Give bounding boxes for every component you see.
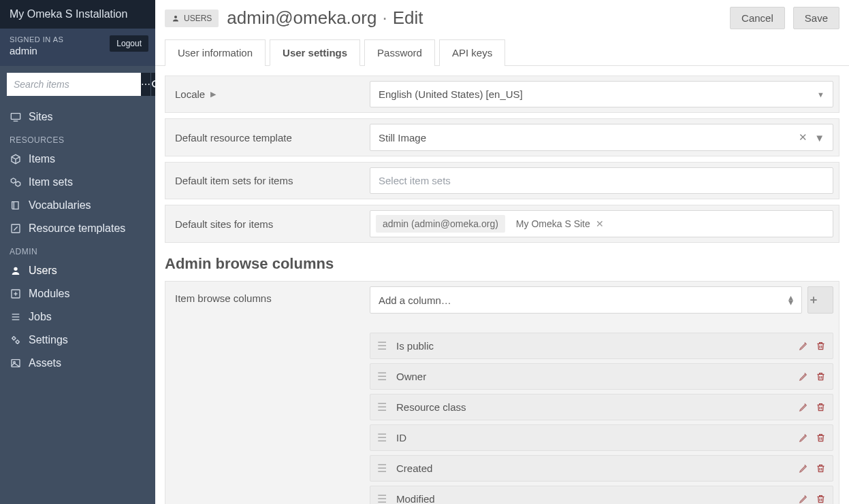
nav-users[interactable]: Users — [0, 259, 155, 282]
column-item[interactable]: ☰ Modified — [370, 486, 833, 504]
edit-column-button[interactable] — [799, 433, 809, 443]
tabs: User information User settings Password … — [155, 39, 849, 66]
column-item[interactable]: ☰ Created — [370, 455, 833, 482]
svg-rect-2 — [11, 114, 20, 120]
title-sep: · — [382, 7, 387, 29]
delete-column-button[interactable] — [816, 433, 826, 443]
grip-icon[interactable]: ☰ — [377, 401, 387, 414]
default-sites-select[interactable]: admin (admin@omeka.org) My Omeka S Site … — [370, 210, 833, 237]
chip-admin[interactable]: admin (admin@omeka.org) — [376, 215, 505, 233]
grip-icon[interactable]: ☰ — [377, 339, 387, 352]
nav-heading-admin: ADMIN — [0, 240, 155, 259]
grip-icon[interactable]: ☰ — [377, 431, 387, 444]
delete-column-button[interactable] — [816, 341, 826, 351]
context-pill[interactable]: USERS — [165, 10, 219, 27]
nav-settings[interactable]: Settings — [0, 329, 155, 352]
field-locale: Locale ▶ English (United States) [en_US]… — [165, 75, 839, 113]
field-label: Default sites for items — [165, 205, 370, 242]
nav-label: Vocabularies — [29, 199, 91, 212]
nav-label: Items — [29, 153, 55, 165]
edit-column-button[interactable] — [799, 463, 809, 473]
grip-icon[interactable]: ☰ — [377, 462, 387, 475]
column-item[interactable]: ☰ Resource class — [370, 394, 833, 420]
delete-column-button[interactable] — [816, 402, 826, 412]
column-name: Created — [396, 463, 799, 474]
chevron-down-icon: ▼ — [814, 132, 824, 144]
app-title[interactable]: My Omeka S Installation — [0, 0, 155, 29]
nav-item-sets[interactable]: Item sets — [0, 171, 155, 194]
svg-point-6 — [14, 267, 17, 271]
field-label: Default item sets for items — [165, 163, 370, 199]
column-name: Owner — [396, 371, 799, 382]
svg-point-17 — [174, 16, 177, 18]
add-column-button[interactable] — [807, 286, 833, 314]
save-button[interactable]: Save — [793, 7, 839, 29]
nav-assets[interactable]: Assets — [0, 352, 155, 375]
user-icon — [172, 14, 180, 22]
locale-select[interactable]: English (United States) [en_US] ▼ — [370, 81, 833, 107]
column-item[interactable]: ☰ Is public — [370, 333, 833, 359]
delete-column-button[interactable] — [816, 371, 826, 382]
main: USERS admin@omeka.org · Edit Cancel Save… — [155, 0, 849, 504]
tab-user-settings[interactable]: User settings — [270, 39, 360, 66]
add-column-select[interactable]: Add a column… ▴▾ — [370, 286, 802, 314]
nav-jobs[interactable]: Jobs — [0, 305, 155, 329]
cube-icon — [10, 154, 22, 165]
field-item-browse-columns: Item browse columns Add a column… ▴▾ ☰ I… — [165, 281, 839, 504]
cancel-button[interactable]: Cancel — [730, 7, 785, 29]
tab-api-keys[interactable]: API keys — [439, 39, 505, 66]
nav-label: Settings — [29, 334, 68, 346]
search-options-button[interactable]: ⋯ — [141, 73, 151, 96]
content: Locale ▶ English (United States) [en_US]… — [155, 66, 849, 504]
column-item[interactable]: ☰ ID — [370, 424, 833, 451]
nav-sites[interactable]: Sites — [0, 105, 155, 129]
remove-chip-icon[interactable]: ✕ — [596, 218, 604, 229]
sidebar: My Omeka S Installation SIGNED IN AS adm… — [0, 0, 155, 504]
default-template-select[interactable]: Still Image ✕ ▼ — [370, 124, 833, 151]
grip-icon[interactable]: ☰ — [377, 492, 387, 504]
page-mode: Edit — [393, 7, 423, 29]
column-item[interactable]: ☰ Owner — [370, 363, 833, 390]
section-title: Admin browse columns — [165, 255, 839, 273]
select-placeholder: Select item sets — [379, 175, 451, 186]
search-row: ⋯ — [0, 66, 155, 105]
tab-user-information[interactable]: User information — [165, 39, 266, 66]
edit-column-button[interactable] — [799, 341, 809, 351]
nav-resource-templates[interactable]: Resource templates — [0, 217, 155, 240]
edit-column-button[interactable] — [799, 402, 809, 412]
edit-column-button[interactable] — [799, 371, 809, 382]
nav-label: Users — [29, 265, 57, 277]
nav-items[interactable]: Items — [0, 148, 155, 171]
pencil-square-icon — [10, 223, 22, 234]
nav-vocabularies[interactable]: Vocabularies — [0, 194, 155, 217]
delete-column-button[interactable] — [816, 494, 826, 504]
field-default-template: Default resource template Still Image ✕ … — [165, 118, 839, 156]
chip-site[interactable]: My Omeka S Site ✕ — [509, 215, 611, 233]
select-placeholder: Add a column… — [379, 295, 451, 306]
pill-label: USERS — [184, 14, 212, 23]
field-default-sites: Default sites for items admin (admin@ome… — [165, 205, 839, 243]
sort-icon: ▴▾ — [788, 295, 793, 305]
user-icon — [10, 265, 22, 276]
grip-icon[interactable]: ☰ — [377, 370, 387, 383]
delete-column-button[interactable] — [816, 463, 826, 473]
svg-point-13 — [12, 337, 15, 339]
nav-modules[interactable]: Modules — [0, 282, 155, 305]
edit-column-button[interactable] — [799, 494, 809, 504]
column-name: Modified — [396, 493, 799, 504]
caret-right-icon[interactable]: ▶ — [210, 90, 216, 99]
page-title: admin@omeka.org · Edit — [227, 7, 722, 29]
column-name: ID — [396, 432, 799, 443]
signin-block: SIGNED IN AS admin Logout — [0, 29, 155, 66]
search-input[interactable] — [7, 73, 141, 96]
monitor-icon — [10, 112, 22, 122]
nav-label: Resource templates — [29, 222, 125, 235]
default-item-sets-select[interactable]: Select item sets — [370, 167, 833, 194]
field-label: Locale ▶ — [165, 76, 370, 112]
column-name: Resource class — [396, 401, 799, 413]
gears-icon — [10, 335, 22, 346]
clear-icon[interactable]: ✕ — [799, 131, 807, 144]
logout-button[interactable]: Logout — [110, 35, 148, 52]
tab-password[interactable]: Password — [364, 39, 435, 66]
select-value: English (United States) [en_US] — [379, 88, 523, 100]
